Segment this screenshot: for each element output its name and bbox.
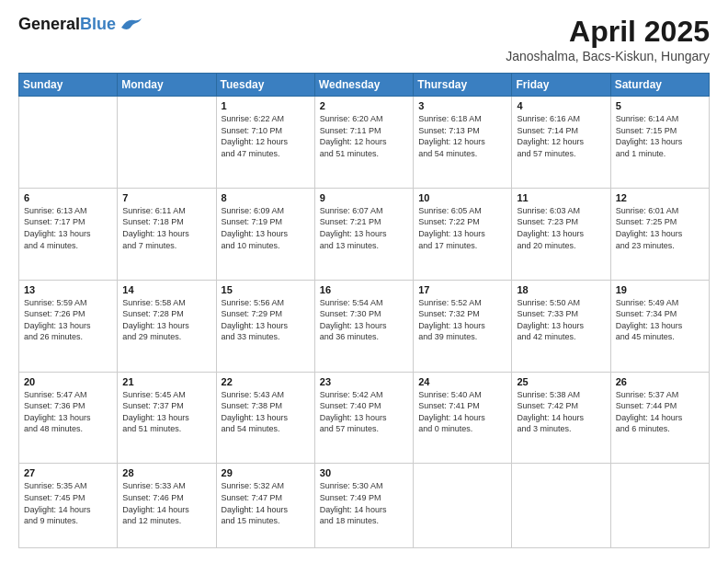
calendar-subtitle: Janoshalma, Bacs-Kiskun, Hungary (506, 49, 710, 63)
calendar-cell: 27Sunrise: 5:35 AM Sunset: 7:45 PM Dayli… (19, 464, 118, 548)
day-info: Sunrise: 5:42 AM Sunset: 7:40 PM Dayligh… (320, 389, 408, 435)
calendar-cell: 19Sunrise: 5:49 AM Sunset: 7:34 PM Dayli… (610, 280, 709, 372)
day-number: 29 (222, 467, 310, 478)
day-info: Sunrise: 5:37 AM Sunset: 7:44 PM Dayligh… (616, 389, 704, 435)
day-number: 21 (122, 376, 210, 387)
day-number: 4 (517, 100, 605, 111)
day-info: Sunrise: 5:30 AM Sunset: 7:49 PM Dayligh… (320, 480, 408, 526)
day-info: Sunrise: 6:16 AM Sunset: 7:14 PM Dayligh… (517, 113, 605, 159)
calendar-cell: 8Sunrise: 6:09 AM Sunset: 7:19 PM Daylig… (216, 188, 314, 280)
calendar-cell: 13Sunrise: 5:59 AM Sunset: 7:26 PM Dayli… (19, 280, 118, 372)
calendar-cell: 10Sunrise: 6:05 AM Sunset: 7:22 PM Dayli… (414, 188, 512, 280)
day-number: 16 (320, 284, 408, 295)
calendar-cell: 28Sunrise: 5:33 AM Sunset: 7:46 PM Dayli… (118, 464, 216, 548)
calendar-cell (118, 97, 216, 189)
day-info: Sunrise: 5:58 AM Sunset: 7:28 PM Dayligh… (122, 297, 210, 343)
day-info: Sunrise: 5:52 AM Sunset: 7:32 PM Dayligh… (418, 297, 506, 343)
calendar-cell (414, 464, 512, 548)
day-number: 20 (24, 376, 112, 387)
calendar-cell: 9Sunrise: 6:07 AM Sunset: 7:21 PM Daylig… (314, 188, 413, 280)
day-number: 25 (517, 376, 605, 387)
day-number: 11 (517, 192, 605, 203)
calendar-cell: 22Sunrise: 5:43 AM Sunset: 7:38 PM Dayli… (216, 372, 314, 464)
day-number: 5 (616, 100, 704, 111)
calendar-cell: 24Sunrise: 5:40 AM Sunset: 7:41 PM Dayli… (414, 372, 512, 464)
calendar-week-5: 27Sunrise: 5:35 AM Sunset: 7:45 PM Dayli… (19, 464, 710, 548)
col-tuesday: Tuesday (216, 74, 314, 97)
day-info: Sunrise: 5:50 AM Sunset: 7:33 PM Dayligh… (517, 297, 605, 343)
day-number: 18 (517, 284, 605, 295)
day-number: 30 (320, 467, 408, 478)
day-number: 9 (320, 192, 408, 203)
day-info: Sunrise: 5:54 AM Sunset: 7:30 PM Dayligh… (320, 297, 408, 343)
day-info: Sunrise: 6:11 AM Sunset: 7:18 PM Dayligh… (122, 205, 210, 251)
day-number: 3 (418, 100, 506, 111)
day-number: 12 (616, 192, 704, 203)
day-info: Sunrise: 5:40 AM Sunset: 7:41 PM Dayligh… (418, 389, 506, 435)
calendar-cell (610, 464, 709, 548)
day-number: 2 (320, 100, 408, 111)
col-monday: Monday (118, 74, 216, 97)
calendar-title: April 2025 (506, 15, 710, 49)
day-number: 22 (222, 376, 310, 387)
day-number: 17 (418, 284, 506, 295)
calendar-cell: 18Sunrise: 5:50 AM Sunset: 7:33 PM Dayli… (512, 280, 610, 372)
calendar-cell: 11Sunrise: 6:03 AM Sunset: 7:23 PM Dayli… (512, 188, 610, 280)
logo-blue: Blue (80, 15, 116, 33)
calendar-cell: 17Sunrise: 5:52 AM Sunset: 7:32 PM Dayli… (414, 280, 512, 372)
day-number: 7 (122, 192, 210, 203)
logo-text: GeneralBlue (18, 15, 116, 34)
day-info: Sunrise: 6:07 AM Sunset: 7:21 PM Dayligh… (320, 205, 408, 251)
calendar-cell: 26Sunrise: 5:37 AM Sunset: 7:44 PM Dayli… (610, 372, 709, 464)
day-info: Sunrise: 5:38 AM Sunset: 7:42 PM Dayligh… (517, 389, 605, 435)
day-info: Sunrise: 5:33 AM Sunset: 7:46 PM Dayligh… (122, 480, 210, 526)
calendar-cell: 7Sunrise: 6:11 AM Sunset: 7:18 PM Daylig… (118, 188, 216, 280)
calendar-cell: 21Sunrise: 5:45 AM Sunset: 7:37 PM Dayli… (118, 372, 216, 464)
day-info: Sunrise: 5:49 AM Sunset: 7:34 PM Dayligh… (616, 297, 704, 343)
day-number: 14 (122, 284, 210, 295)
calendar-week-2: 6Sunrise: 6:13 AM Sunset: 7:17 PM Daylig… (19, 188, 710, 280)
day-info: Sunrise: 5:32 AM Sunset: 7:47 PM Dayligh… (222, 480, 310, 526)
calendar-cell: 2Sunrise: 6:20 AM Sunset: 7:11 PM Daylig… (314, 97, 413, 189)
day-number: 13 (24, 284, 112, 295)
day-number: 8 (222, 192, 310, 203)
calendar-week-1: 1Sunrise: 6:22 AM Sunset: 7:10 PM Daylig… (19, 97, 710, 189)
calendar-cell (19, 97, 118, 189)
page: GeneralBlue April 2025 Janoshalma, Bacs-… (0, 0, 728, 563)
day-info: Sunrise: 6:09 AM Sunset: 7:19 PM Dayligh… (222, 205, 310, 251)
calendar-cell: 15Sunrise: 5:56 AM Sunset: 7:29 PM Dayli… (216, 280, 314, 372)
day-number: 15 (222, 284, 310, 295)
day-number: 23 (320, 376, 408, 387)
day-number: 27 (24, 467, 112, 478)
day-number: 19 (616, 284, 704, 295)
calendar-cell: 20Sunrise: 5:47 AM Sunset: 7:36 PM Dayli… (19, 372, 118, 464)
calendar-cell: 29Sunrise: 5:32 AM Sunset: 7:47 PM Dayli… (216, 464, 314, 548)
day-info: Sunrise: 6:20 AM Sunset: 7:11 PM Dayligh… (320, 113, 408, 159)
calendar-cell: 1Sunrise: 6:22 AM Sunset: 7:10 PM Daylig… (216, 97, 314, 189)
day-number: 28 (122, 467, 210, 478)
calendar-cell: 5Sunrise: 6:14 AM Sunset: 7:15 PM Daylig… (610, 97, 709, 189)
col-thursday: Thursday (414, 74, 512, 97)
logo-general: General (18, 15, 80, 33)
col-saturday: Saturday (610, 74, 709, 97)
calendar-cell: 3Sunrise: 6:18 AM Sunset: 7:13 PM Daylig… (414, 97, 512, 189)
day-info: Sunrise: 5:47 AM Sunset: 7:36 PM Dayligh… (24, 389, 112, 435)
day-number: 6 (24, 192, 112, 203)
calendar-cell: 16Sunrise: 5:54 AM Sunset: 7:30 PM Dayli… (314, 280, 413, 372)
calendar-cell (512, 464, 610, 548)
day-info: Sunrise: 5:45 AM Sunset: 7:37 PM Dayligh… (122, 389, 210, 435)
day-number: 1 (222, 100, 310, 111)
calendar-week-4: 20Sunrise: 5:47 AM Sunset: 7:36 PM Dayli… (19, 372, 710, 464)
calendar-cell: 23Sunrise: 5:42 AM Sunset: 7:40 PM Dayli… (314, 372, 413, 464)
calendar-cell: 30Sunrise: 5:30 AM Sunset: 7:49 PM Dayli… (314, 464, 413, 548)
day-info: Sunrise: 6:18 AM Sunset: 7:13 PM Dayligh… (418, 113, 506, 159)
day-number: 26 (616, 376, 704, 387)
day-number: 24 (418, 376, 506, 387)
day-number: 10 (418, 192, 506, 203)
title-block: April 2025 Janoshalma, Bacs-Kiskun, Hung… (506, 15, 710, 63)
calendar-week-3: 13Sunrise: 5:59 AM Sunset: 7:26 PM Dayli… (19, 280, 710, 372)
calendar-header-row: Sunday Monday Tuesday Wednesday Thursday… (19, 74, 710, 97)
calendar-cell: 4Sunrise: 6:16 AM Sunset: 7:14 PM Daylig… (512, 97, 610, 189)
day-info: Sunrise: 6:03 AM Sunset: 7:23 PM Dayligh… (517, 205, 605, 251)
day-info: Sunrise: 6:01 AM Sunset: 7:25 PM Dayligh… (616, 205, 704, 251)
